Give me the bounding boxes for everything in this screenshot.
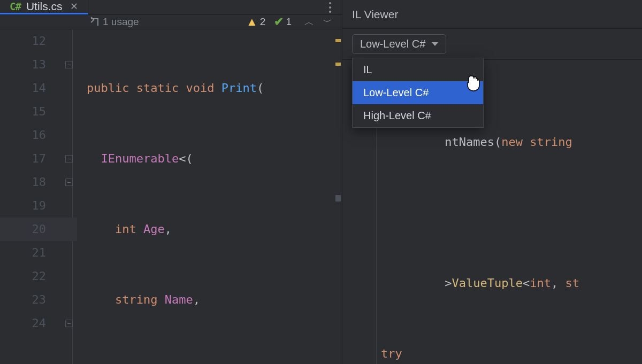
inspections-bar: 1 usage ▲ 2 ✔ 1 ︿ ﹀ xyxy=(0,15,342,29)
close-icon[interactable]: ✕ xyxy=(70,1,78,12)
code-lines[interactable]: public static void Print( IEnumerable<( … xyxy=(80,29,342,364)
tab-menu-icon[interactable] xyxy=(326,0,334,16)
warning-icon[interactable]: ▲ xyxy=(246,15,258,29)
next-highlight-icon[interactable]: ﹀ xyxy=(323,16,332,28)
il-level-dropdown: IL Low-Level C# High-Level C# xyxy=(352,58,484,128)
prev-highlight-icon[interactable]: ︿ xyxy=(304,16,314,28)
chevron-down-icon xyxy=(432,42,438,46)
il-viewer-title: IL Viewer xyxy=(342,0,642,29)
gutter: 12 13− 14 15 16 17− 18− 19 20 21 22 23 2… xyxy=(0,29,80,364)
usage-icon xyxy=(91,18,98,26)
dropdown-item-low[interactable]: Low-Level C# xyxy=(353,81,483,104)
fold-icon[interactable]: − xyxy=(65,179,73,186)
fold-icon[interactable]: − xyxy=(65,155,73,162)
ok-count: 1 xyxy=(286,16,292,28)
il-viewer-pane: IL Viewer Low-Level C# IL Low-Level C# H… xyxy=(342,0,642,364)
warning-count: 2 xyxy=(260,16,266,28)
il-level-selector[interactable]: Low-Level C# xyxy=(352,34,446,54)
marker-strip[interactable] xyxy=(334,29,342,364)
dropdown-item-il[interactable]: IL xyxy=(353,58,483,81)
tab-filename: Utils.cs xyxy=(26,0,63,13)
file-tab[interactable]: C# Utils.cs ✕ xyxy=(0,0,88,14)
fold-icon[interactable]: − xyxy=(65,61,73,68)
csharp-icon: C# xyxy=(10,1,21,12)
code-area[interactable]: 12 13− 14 15 16 17− 18− 19 20 21 22 23 2… xyxy=(0,29,342,364)
dropdown-item-high[interactable]: High-Level C# xyxy=(353,104,483,127)
editor-pane: C# Utils.cs ✕ 1 usage ▲ 2 ✔ 1 ︿ ﹀ 12 13−… xyxy=(0,0,342,364)
ok-icon[interactable]: ✔ xyxy=(274,15,284,29)
fold-icon[interactable]: − xyxy=(65,320,73,327)
tab-bar: C# Utils.cs ✕ xyxy=(0,0,342,15)
il-selector-bar: Low-Level C# IL Low-Level C# High-Level … xyxy=(342,29,642,60)
usage-label[interactable]: 1 usage xyxy=(103,16,139,28)
